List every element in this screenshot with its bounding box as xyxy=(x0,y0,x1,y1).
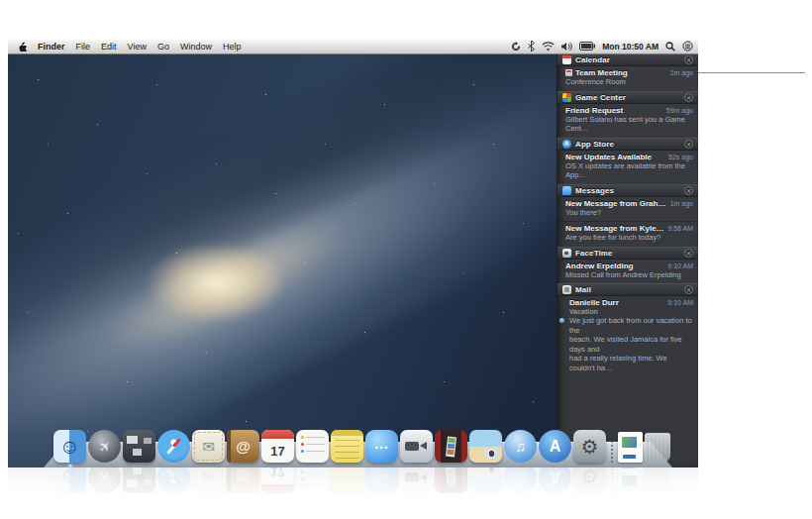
notification-title-row: New Message from Graham Mc…1m ago xyxy=(565,199,693,208)
nc-app-name: FaceTime xyxy=(575,249,613,258)
dock-facetime-icon[interactable] xyxy=(400,430,433,463)
dock-safari-icon[interactable] xyxy=(157,430,190,463)
notification-item[interactable]: Team Meeting1m agoConference Room xyxy=(558,66,698,91)
dock-trash-icon[interactable] xyxy=(645,433,670,463)
nc-app-name: Game Center xyxy=(575,93,626,102)
notification-body-line: Missed Call from Andrew Erpelding xyxy=(565,270,693,280)
notification-time: 52s ago xyxy=(668,154,693,160)
notification-item[interactable]: Danielle Durr9:10 AMVacationWe just got … xyxy=(558,296,698,376)
screenshot-page: FinderFileEditViewGoWindowHelp Mo xyxy=(0,0,812,519)
nc-app-name: Messages xyxy=(575,186,614,195)
sync-icon[interactable] xyxy=(511,42,521,52)
menu-edit[interactable]: Edit xyxy=(101,42,117,52)
menu-bar-menus: FinderFileEditViewGoWindowHelp xyxy=(8,41,241,52)
nc-section-appstore: App Store✕New Updates Available52s agoOS… xyxy=(558,138,698,184)
notification-item[interactable]: Friend Request59m agoGilbert Solano has … xyxy=(558,104,698,138)
dock-contacts-icon[interactable]: @ xyxy=(227,430,259,463)
battery-icon[interactable] xyxy=(579,42,595,51)
menu-help[interactable]: Help xyxy=(223,42,242,52)
notification-title: New Message from Kyle Olson xyxy=(565,224,664,233)
nc-section-mail: Mail✕Danielle Durr9:10 AMVacationWe just… xyxy=(558,283,698,376)
notification-body-line: We just got back from our vacation to th… xyxy=(569,316,693,335)
nc-header-calendar: Calendar✕ xyxy=(558,53,698,66)
notification-subject: Vacation xyxy=(569,307,693,316)
wifi-icon[interactable] xyxy=(542,42,555,52)
dock-iphoto-icon[interactable] xyxy=(469,430,502,463)
notification-title-row: New Message from Kyle Olson9:58 AM xyxy=(565,224,693,233)
close-section-button[interactable]: ✕ xyxy=(684,285,693,294)
notification-title: New Updates Available xyxy=(565,153,665,161)
dock-icon-row: ☺✈✉@17…♫A⚙ xyxy=(53,427,670,463)
dock-mission-control-icon[interactable] xyxy=(123,430,155,463)
dock-photo-booth-icon[interactable] xyxy=(435,430,467,463)
notification-body-line: Conference Room xyxy=(565,77,693,87)
dock-itunes-icon[interactable]: ♫ xyxy=(504,430,537,463)
menu-file[interactable]: File xyxy=(76,42,91,52)
reflection-fade xyxy=(8,467,698,519)
notification-item[interactable]: Andrew Erpelding9:10 AMMissed Call from … xyxy=(558,260,698,284)
nc-section-gamecenter: Game Center✕Friend Request59m agoGilbert… xyxy=(558,91,698,138)
messages-glyph: … xyxy=(365,430,398,463)
notification-title-row: Danielle Durr9:10 AM xyxy=(569,298,693,307)
close-section-button[interactable]: ✕ xyxy=(684,186,693,195)
notification-time: 59m ago xyxy=(666,107,693,114)
close-section-button[interactable]: ✕ xyxy=(684,140,693,149)
menu-bar-status: Mon 10:50 AM xyxy=(511,41,698,52)
nc-header-messages: Messages✕ xyxy=(558,184,698,197)
nc-section-messages: Messages✕New Message from Graham Mc…1m a… xyxy=(558,184,698,247)
notification-body-line: You there? xyxy=(565,208,693,218)
notification-time: 9:10 AM xyxy=(667,299,693,306)
close-section-button[interactable]: ✕ xyxy=(684,249,693,258)
dock-divider xyxy=(608,427,616,463)
dock-calendar-icon[interactable]: 17 xyxy=(261,430,294,463)
nc-header-appstore: App Store✕ xyxy=(558,138,698,151)
notification-center-panel: Calendar✕Team Meeting1m agoConference Ro… xyxy=(557,53,698,467)
menu-go[interactable]: Go xyxy=(157,42,169,52)
mail-glyph: ✉ xyxy=(192,430,225,463)
notification-body-line: OS X updates are available from the App… xyxy=(565,161,693,180)
close-section-button[interactable]: ✕ xyxy=(684,93,693,102)
dock-mail-icon[interactable]: ✉ xyxy=(192,430,225,463)
nc-section-calendar: Calendar✕Team Meeting1m agoConference Ro… xyxy=(558,53,698,91)
menu-view[interactable]: View xyxy=(128,42,147,52)
notification-time: 1m ago xyxy=(670,200,693,207)
messages-app-icon xyxy=(562,186,571,195)
notification-center-icon[interactable] xyxy=(682,41,693,52)
galaxy-core-glow xyxy=(147,243,285,322)
gamecenter-app-icon xyxy=(562,93,571,102)
dock-app-store-icon[interactable]: A xyxy=(539,430,571,463)
dock-messages-icon[interactable]: … xyxy=(365,430,398,463)
volume-icon[interactable] xyxy=(561,42,572,52)
notification-item[interactable]: New Message from Graham Mc…1m agoYou the… xyxy=(558,197,698,223)
app-store-glyph: A xyxy=(539,430,571,463)
dock-reflection: ☺✈✉@17…♫A⚙ xyxy=(8,467,698,519)
notification-item[interactable]: New Updates Available52s agoOS X updates… xyxy=(558,151,698,184)
notification-title: Danielle Durr xyxy=(569,298,664,307)
mail-app-icon xyxy=(562,285,571,294)
bluetooth-icon[interactable] xyxy=(528,41,535,52)
notification-body-line: Are you free for lunch today? xyxy=(565,233,693,243)
dock-reminders-icon[interactable] xyxy=(296,430,329,463)
notification-item[interactable]: New Message from Kyle Olson9:58 AMAre yo… xyxy=(558,222,698,247)
menu-bar-item-list: FinderFileEditViewGoWindowHelp xyxy=(38,42,241,52)
callout-line xyxy=(696,72,805,73)
notification-title-row: Friend Request59m ago xyxy=(565,106,693,115)
close-section-button[interactable]: ✕ xyxy=(684,55,693,64)
nc-header-mail: Mail✕ xyxy=(558,283,698,296)
dock-document-icon[interactable] xyxy=(618,432,643,463)
notification-title: Friend Request xyxy=(565,106,663,115)
dock-system-preferences-icon[interactable]: ⚙ xyxy=(573,430,606,463)
menu-bar-clock[interactable]: Mon 10:50 AM xyxy=(602,42,659,52)
notification-body-line: beach. We visited Jamaica for five days … xyxy=(569,335,693,354)
notification-time: 9:10 AM xyxy=(667,262,693,269)
dock-launchpad-icon[interactable]: ✈ xyxy=(88,430,121,463)
spotlight-search-icon[interactable] xyxy=(665,42,675,52)
notification-time: 1m ago xyxy=(670,69,693,76)
apple-icon[interactable] xyxy=(18,41,27,52)
event-alarm-icon xyxy=(565,69,572,76)
dock-notes-icon[interactable] xyxy=(331,430,363,463)
menu-finder[interactable]: Finder xyxy=(38,42,65,52)
menu-window[interactable]: Window xyxy=(180,42,212,52)
notification-title-row: New Updates Available52s ago xyxy=(565,153,693,161)
notification-body-line: had a really relaxing time. We couldn't … xyxy=(569,354,693,372)
